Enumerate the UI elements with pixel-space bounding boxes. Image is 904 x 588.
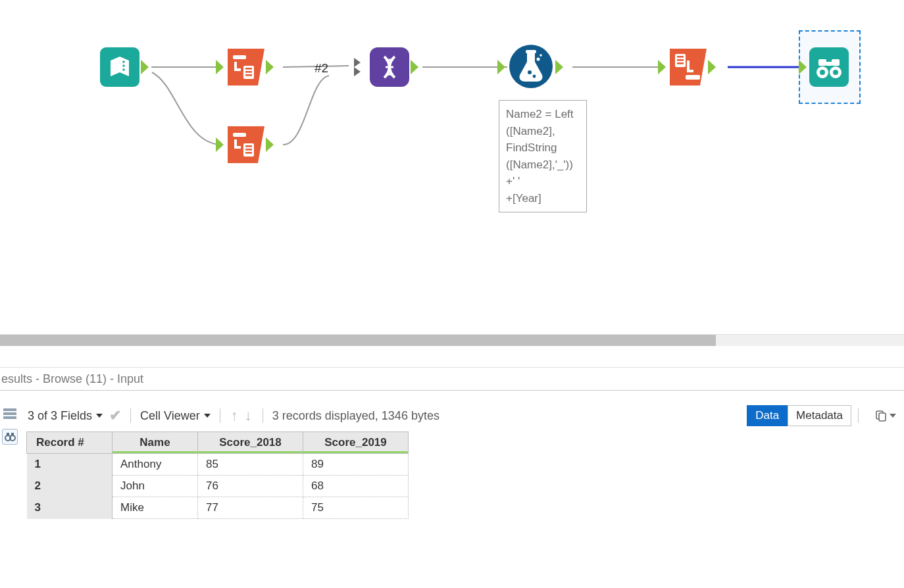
cell-name[interactable]: Mike xyxy=(113,497,198,519)
tab-data[interactable]: Data xyxy=(747,405,788,426)
svg-rect-17 xyxy=(526,50,536,53)
input-anchor[interactable] xyxy=(658,60,666,74)
transpose-icon xyxy=(226,125,266,164)
table-row[interactable]: 2 John 76 68 xyxy=(27,476,409,497)
svg-rect-40 xyxy=(11,433,14,435)
workflow-canvas[interactable]: #2 Name2 = Left ([Name2 xyxy=(0,0,904,334)
copy-icon[interactable] xyxy=(874,409,896,422)
col-score-2018[interactable]: Score_2018 xyxy=(198,432,303,454)
transpose-tool-node-1[interactable] xyxy=(226,47,266,89)
text-input-icon xyxy=(100,47,139,87)
separator xyxy=(220,408,220,423)
output-anchor[interactable] xyxy=(708,60,716,74)
crosstab-tool-node[interactable] xyxy=(668,47,708,89)
caret-down-icon xyxy=(204,414,211,418)
svg-rect-24 xyxy=(677,59,684,61)
browse-mode-icon[interactable] xyxy=(2,429,18,445)
formula-annotation: Name2 = Left ([Name2], FindString ([Name… xyxy=(499,100,587,212)
cell-score-2018[interactable]: 76 xyxy=(198,476,303,497)
separator xyxy=(130,408,131,423)
multi-input-anchor[interactable] xyxy=(354,58,364,76)
crosstab-icon xyxy=(668,47,708,87)
svg-rect-6 xyxy=(245,71,252,73)
svg-rect-7 xyxy=(245,74,252,76)
formula-flask-icon xyxy=(508,43,554,89)
results-table-wrap: Record # Name Score_2018 Score_2019 1 An… xyxy=(26,431,409,519)
output-anchor[interactable] xyxy=(141,60,149,74)
cell-rownum: 2 xyxy=(27,476,113,497)
output-anchor[interactable] xyxy=(266,60,274,74)
results-toolbar: 3 of 3 Fields ✔ Cell Viewer ↑ ↓ 3 record… xyxy=(0,404,904,428)
cell-score-2019[interactable]: 75 xyxy=(303,497,409,519)
input-anchor[interactable] xyxy=(497,60,505,74)
svg-point-32 xyxy=(820,70,825,75)
records-status: 3 records displayed, 1346 bytes xyxy=(272,409,439,423)
table-body: 1 Anthony 85 89 2 John 76 68 3 Mike 77 7… xyxy=(27,454,409,519)
annotation-text: Name2 = Left ([Name2], FindString ([Name… xyxy=(506,106,580,207)
cell-score-2019[interactable]: 89 xyxy=(303,454,409,476)
svg-point-21 xyxy=(540,54,542,57)
svg-rect-8 xyxy=(233,133,246,137)
output-anchor[interactable] xyxy=(555,60,563,74)
cell-score-2019[interactable]: 68 xyxy=(303,476,409,497)
col-name[interactable]: Name xyxy=(113,432,198,454)
col-record[interactable]: Record # xyxy=(27,432,113,454)
cell-score-2018[interactable]: 85 xyxy=(198,454,303,476)
canvas-hscroll-thumb[interactable] xyxy=(0,335,716,346)
svg-rect-12 xyxy=(245,152,252,154)
svg-point-0 xyxy=(122,61,125,63)
text-input-tool-node[interactable] xyxy=(100,47,139,87)
fields-label: 3 of 3 Fields xyxy=(28,409,92,423)
output-anchor[interactable] xyxy=(411,60,418,74)
svg-rect-11 xyxy=(245,149,252,151)
cell-rownum: 1 xyxy=(27,454,113,476)
cell-score-2018[interactable]: 77 xyxy=(198,497,303,519)
svg-rect-28 xyxy=(832,59,840,66)
caret-down-icon xyxy=(96,414,103,418)
input-anchor[interactable] xyxy=(216,60,224,74)
arrow-up-icon[interactable]: ↑ xyxy=(230,407,239,424)
tab-metadata[interactable]: Metadata xyxy=(788,405,851,426)
svg-rect-27 xyxy=(818,59,826,66)
binoculars-icon xyxy=(809,47,849,87)
input-anchor[interactable] xyxy=(216,137,224,152)
svg-point-2 xyxy=(122,68,125,71)
formula-tool-node[interactable] xyxy=(508,43,554,91)
svg-point-20 xyxy=(537,58,540,61)
transpose-icon xyxy=(226,47,266,87)
results-table[interactable]: Record # Name Score_2018 Score_2019 1 An… xyxy=(26,431,409,519)
col-score-2019[interactable]: Score_2019 xyxy=(303,432,409,454)
arrow-down-icon[interactable]: ↓ xyxy=(243,407,253,424)
svg-point-18 xyxy=(528,70,532,74)
svg-point-1 xyxy=(122,64,125,67)
cell-name[interactable]: Anthony xyxy=(113,454,198,476)
transpose-tool-node-2[interactable] xyxy=(226,125,266,166)
table-row[interactable]: 3 Mike 77 75 xyxy=(27,497,409,519)
svg-rect-25 xyxy=(677,62,684,64)
table-row[interactable]: 1 Anthony 85 89 xyxy=(27,454,409,476)
svg-rect-10 xyxy=(245,145,252,147)
svg-rect-39 xyxy=(7,433,9,435)
separator xyxy=(263,408,263,423)
fields-dropdown[interactable]: 3 of 3 Fields xyxy=(28,409,103,423)
output-anchor[interactable] xyxy=(266,137,274,152)
svg-rect-42 xyxy=(879,413,886,421)
svg-rect-5 xyxy=(245,68,252,70)
caret-down-icon xyxy=(890,414,896,418)
canvas-hscroll-track[interactable] xyxy=(0,334,904,346)
results-panel-header: esults - Browse (11) - Input xyxy=(0,367,904,391)
cell-name[interactable]: John xyxy=(113,476,198,497)
check-icon[interactable]: ✔ xyxy=(109,407,121,424)
cell-viewer-label: Cell Viewer xyxy=(140,409,200,423)
svg-rect-26 xyxy=(686,75,700,80)
svg-rect-23 xyxy=(677,56,684,58)
join-input-label: #2 xyxy=(314,61,328,76)
svg-rect-3 xyxy=(233,55,246,59)
browse-tool-node[interactable] xyxy=(809,47,849,87)
cell-viewer-dropdown[interactable]: Cell Viewer xyxy=(140,409,211,423)
table-header-row: Record # Name Score_2018 Score_2019 xyxy=(27,432,409,454)
join-tool-node[interactable] xyxy=(370,47,409,87)
results-panel-title: esults - Browse (11) - Input xyxy=(1,372,143,386)
svg-point-19 xyxy=(533,75,536,78)
input-anchor[interactable] xyxy=(799,60,807,74)
